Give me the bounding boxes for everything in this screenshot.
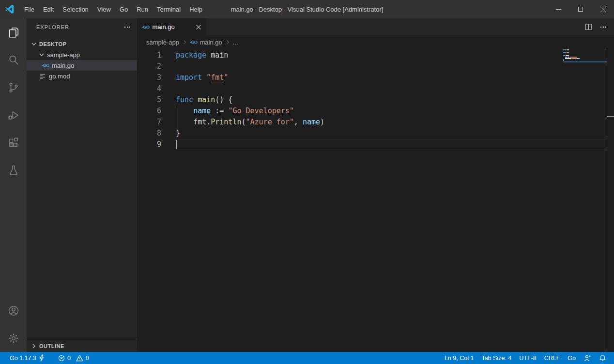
status-item-ln-9-col-1[interactable]: Ln 9, Col 1 bbox=[441, 352, 477, 364]
warning-icon bbox=[76, 355, 83, 362]
file-label: main.go bbox=[52, 62, 74, 69]
chevron-down-icon bbox=[38, 51, 46, 59]
code-line[interactable]: 8} bbox=[137, 128, 614, 139]
menu-go[interactable]: Go bbox=[115, 6, 132, 13]
status-left: Go 1.17.3 0 0 bbox=[6, 352, 93, 364]
code-line[interactable]: 7 fmt.Println("Azure for", name) bbox=[137, 117, 614, 128]
bolt-icon bbox=[39, 354, 45, 362]
menu-bar: FileEditSelectionViewGoRunTerminalHelp bbox=[20, 0, 207, 18]
code-line[interactable]: 5func main() { bbox=[137, 94, 614, 106]
code-line[interactable]: 4 bbox=[137, 83, 614, 94]
run-and-debug-icon[interactable] bbox=[0, 101, 27, 129]
menu-file[interactable]: File bbox=[20, 6, 39, 13]
tree-item-sample-app[interactable]: sample-app bbox=[27, 49, 137, 60]
tab-close-icon[interactable] bbox=[196, 25, 201, 30]
minimap-code-segment bbox=[563, 60, 564, 61]
section-desktop[interactable]: DESKTOP bbox=[27, 39, 137, 49]
file-label: go.mod bbox=[49, 73, 70, 80]
line-number: 1 bbox=[137, 50, 161, 61]
status-right: Ln 9, Col 1Tab Size: 4UTF-8CRLFGo bbox=[441, 352, 610, 364]
breadcrumb: sample-app -GO main.go ... bbox=[137, 35, 614, 49]
sidebar-title: EXPLORER bbox=[36, 24, 69, 30]
source-control-icon[interactable] bbox=[0, 74, 27, 101]
go-version-label: Go 1.17.3 bbox=[10, 355, 36, 362]
extensions-icon[interactable] bbox=[0, 129, 27, 156]
maximize-button[interactable] bbox=[569, 0, 592, 18]
window-controls bbox=[547, 0, 614, 18]
testing-icon[interactable] bbox=[0, 156, 27, 184]
explorer-icon[interactable] bbox=[0, 18, 27, 46]
warning-count: 0 bbox=[86, 355, 89, 362]
code-line[interactable]: 1package main bbox=[137, 50, 614, 61]
minimap-code-segment bbox=[569, 57, 577, 58]
code-line[interactable]: 3import "fmt" bbox=[137, 72, 614, 83]
editor-actions bbox=[584, 18, 614, 35]
file-tree: DESKTOP sample-app -GO main.go bbox=[27, 39, 137, 81]
tree-item-go-mod[interactable]: go.mod bbox=[27, 71, 137, 81]
status-item-tab-size-4[interactable]: Tab Size: 4 bbox=[477, 352, 515, 364]
folder-label: sample-app bbox=[47, 51, 80, 59]
menu-view[interactable]: View bbox=[93, 6, 115, 13]
minimap-code-segment bbox=[563, 52, 566, 53]
settings-gear-icon[interactable] bbox=[0, 324, 27, 352]
line-number: 5 bbox=[137, 94, 161, 106]
accounts-icon[interactable] bbox=[0, 297, 27, 324]
go-file-icon: -GO bbox=[190, 40, 198, 45]
go-version-item[interactable]: Go 1.17.3 bbox=[6, 352, 48, 364]
section-title: DESKTOP bbox=[39, 41, 66, 47]
minimize-button[interactable] bbox=[547, 0, 569, 18]
outline-section[interactable]: OUTLINE bbox=[27, 340, 137, 351]
menu-help[interactable]: Help bbox=[185, 6, 207, 13]
code-line[interactable]: 2 bbox=[137, 61, 614, 72]
tab-main-go[interactable]: -GO main.go bbox=[137, 18, 206, 35]
bell-icon bbox=[599, 354, 606, 362]
breadcrumb-item[interactable]: main.go bbox=[200, 39, 222, 46]
more-actions-icon[interactable] bbox=[599, 23, 607, 31]
notifications-item[interactable] bbox=[595, 352, 610, 364]
feedback-item[interactable] bbox=[580, 352, 595, 364]
minimap-code-segment bbox=[567, 49, 569, 50]
code-line[interactable]: 6 name := "Go Developers" bbox=[137, 106, 614, 117]
status-item-go[interactable]: Go bbox=[564, 352, 580, 364]
menu-terminal[interactable]: Terminal bbox=[153, 6, 185, 13]
minimap[interactable] bbox=[563, 49, 607, 69]
line-number: 6 bbox=[137, 106, 161, 117]
split-editor-icon[interactable] bbox=[584, 23, 593, 31]
minimap-code-segment bbox=[568, 57, 569, 58]
status-item-crlf[interactable]: CRLF bbox=[540, 352, 564, 364]
status-bar: Go 1.17.3 0 0 bbox=[0, 352, 614, 364]
line-number: 4 bbox=[137, 83, 161, 94]
code-line[interactable]: 9 bbox=[137, 139, 614, 150]
error-icon bbox=[58, 355, 65, 362]
line-number: 8 bbox=[137, 128, 161, 139]
line-number: 9 bbox=[137, 139, 161, 150]
close-button[interactable] bbox=[592, 0, 614, 18]
code-editor[interactable]: 1package main23import "fmt"45func main()… bbox=[137, 49, 614, 352]
search-icon[interactable] bbox=[0, 46, 27, 74]
breadcrumb-item[interactable]: sample-app bbox=[146, 39, 179, 46]
problems-item[interactable]: 0 0 bbox=[54, 352, 93, 364]
minimap-code-segment bbox=[563, 49, 567, 50]
sidebar-header: EXPLORER bbox=[27, 18, 137, 35]
text-cursor bbox=[176, 140, 177, 149]
status-item-utf-8[interactable]: UTF-8 bbox=[515, 352, 540, 364]
tab-bar: -GO main.go bbox=[137, 18, 614, 35]
activity-bar bbox=[0, 18, 27, 352]
go-file-icon: -GO bbox=[142, 25, 150, 30]
minimap-code-segment bbox=[571, 58, 577, 59]
minimap-code-segment bbox=[566, 55, 569, 56]
breadcrumb-item[interactable]: ... bbox=[233, 39, 238, 46]
menu-run[interactable]: Run bbox=[132, 6, 153, 13]
minimap-current-line bbox=[563, 61, 607, 62]
tree-item-main-go[interactable]: -GO main.go bbox=[27, 60, 137, 71]
line-number: 7 bbox=[137, 117, 161, 128]
vscode-logo-icon bbox=[4, 4, 15, 15]
menu-edit[interactable]: Edit bbox=[39, 6, 58, 13]
explorer-more-actions-icon[interactable] bbox=[123, 23, 131, 31]
chevron-right-icon bbox=[225, 39, 230, 45]
minimap-code-segment bbox=[565, 57, 567, 58]
line-number: 3 bbox=[137, 72, 161, 83]
menu-selection[interactable]: Selection bbox=[58, 6, 92, 13]
error-count: 0 bbox=[67, 355, 71, 362]
minimap-code-segment bbox=[563, 55, 565, 56]
